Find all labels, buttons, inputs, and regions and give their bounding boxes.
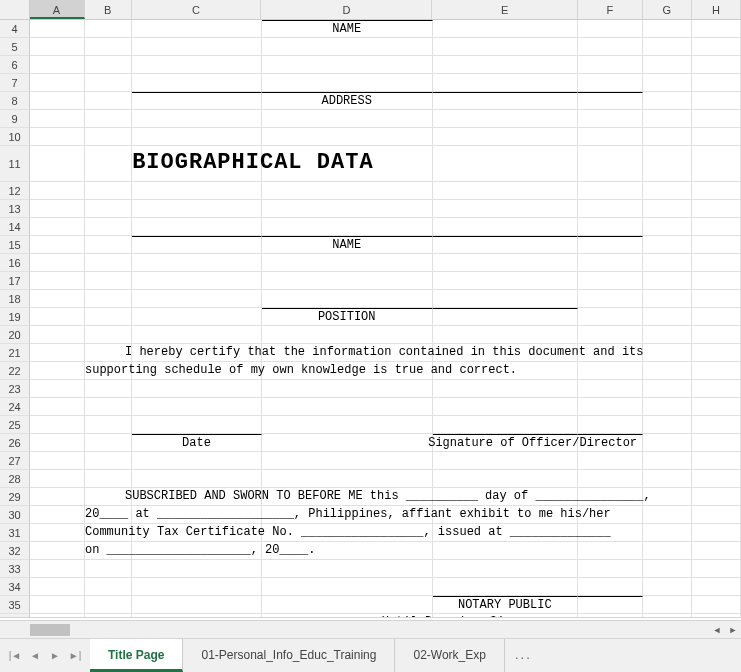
row-header[interactable]: 34 [0,578,30,596]
row-header[interactable]: 24 [0,398,30,416]
cell[interactable] [433,236,578,254]
cell[interactable] [692,182,741,200]
cell[interactable]: Until December 31, [262,614,433,618]
cell-position-label[interactable]: POSITION [262,308,433,326]
cell[interactable] [692,416,741,434]
cell[interactable] [578,128,643,146]
cell[interactable] [433,74,578,92]
cell[interactable] [30,182,85,200]
cell[interactable] [578,326,643,344]
row-header[interactable]: 5 [0,38,30,56]
cell[interactable] [30,110,85,128]
row-header[interactable]: 6 [0,56,30,74]
cell[interactable] [692,146,741,182]
cell[interactable] [85,110,132,128]
cell[interactable] [30,506,85,524]
cell[interactable] [132,560,262,578]
cell[interactable] [30,236,85,254]
cell[interactable] [85,290,132,308]
cell[interactable] [643,218,692,236]
cell[interactable] [433,146,578,182]
cell[interactable] [578,200,643,218]
cell[interactable] [578,596,643,614]
row-header[interactable]: 26 [0,434,30,452]
cell[interactable] [643,254,692,272]
cell[interactable] [30,542,85,560]
cell[interactable] [578,92,643,110]
row-header[interactable]: 14 [0,218,30,236]
cell[interactable] [578,470,643,488]
cell[interactable]: on ____________________, 20____. [85,542,132,560]
cell[interactable] [643,200,692,218]
cell[interactable] [85,236,132,254]
tab-next-icon[interactable]: ► [46,646,64,666]
cell[interactable] [692,74,741,92]
cell[interactable] [578,398,643,416]
cell[interactable] [433,452,578,470]
cell[interactable] [30,254,85,272]
cell[interactable] [643,596,692,614]
cell-name2-label[interactable]: NAME [262,236,433,254]
cell[interactable] [132,416,262,434]
cell[interactable]: Community Tax Certificate No. __________… [85,524,132,542]
cell[interactable] [692,560,741,578]
cell[interactable] [132,596,262,614]
cell[interactable] [85,218,132,236]
cell[interactable] [692,92,741,110]
cell[interactable] [132,308,262,326]
cell[interactable] [262,110,433,128]
scroll-right-icon[interactable]: ► [725,622,741,638]
col-header-D[interactable]: D [261,0,432,19]
cell[interactable] [30,524,85,542]
cell[interactable] [85,254,132,272]
cell[interactable] [643,614,692,618]
cell[interactable] [433,272,578,290]
cell[interactable] [643,236,692,254]
cell[interactable] [692,578,741,596]
tab-personal-info[interactable]: 01-Personal_Info_Educ_Training [183,639,395,672]
cell-name-label[interactable]: NAME [262,20,433,38]
cell[interactable] [30,128,85,146]
cell[interactable] [578,272,643,290]
row-header[interactable]: 33 [0,560,30,578]
cell[interactable] [30,578,85,596]
row-header[interactable]: 8 [0,92,30,110]
cell[interactable] [262,218,433,236]
cell[interactable] [578,308,643,326]
spreadsheet-grid[interactable]: A B C D E F G H 4 NAME 5 6 7 8 ADDRESS 9… [0,0,741,618]
cell[interactable] [692,236,741,254]
tab-first-icon[interactable]: |◄ [6,646,24,666]
cell[interactable] [262,200,433,218]
cell[interactable] [433,290,578,308]
cell[interactable]: Signature of Officer/Director [433,434,578,452]
cell[interactable] [692,398,741,416]
cell[interactable] [262,254,433,272]
row-header[interactable]: 27 [0,452,30,470]
cell[interactable] [30,92,85,110]
row-header[interactable]: 4 [0,20,30,38]
col-header-G[interactable]: G [643,0,692,19]
cell[interactable] [692,434,741,452]
cell[interactable] [30,398,85,416]
row-header[interactable]: 31 [0,524,30,542]
cell[interactable] [692,56,741,74]
cell[interactable] [262,452,433,470]
cell[interactable] [643,290,692,308]
cell[interactable] [85,596,132,614]
cell[interactable] [262,272,433,290]
cell[interactable] [85,470,132,488]
cell[interactable] [643,38,692,56]
cell[interactable] [85,434,132,452]
cell[interactable] [132,74,262,92]
cell[interactable] [30,560,85,578]
cell[interactable] [578,560,643,578]
cell[interactable] [643,128,692,146]
cell[interactable] [692,470,741,488]
cell[interactable] [30,470,85,488]
cell[interactable] [30,200,85,218]
cell[interactable] [578,146,643,182]
cell[interactable] [132,326,262,344]
cell[interactable] [433,326,578,344]
cell[interactable] [85,380,132,398]
cell[interactable] [132,398,262,416]
